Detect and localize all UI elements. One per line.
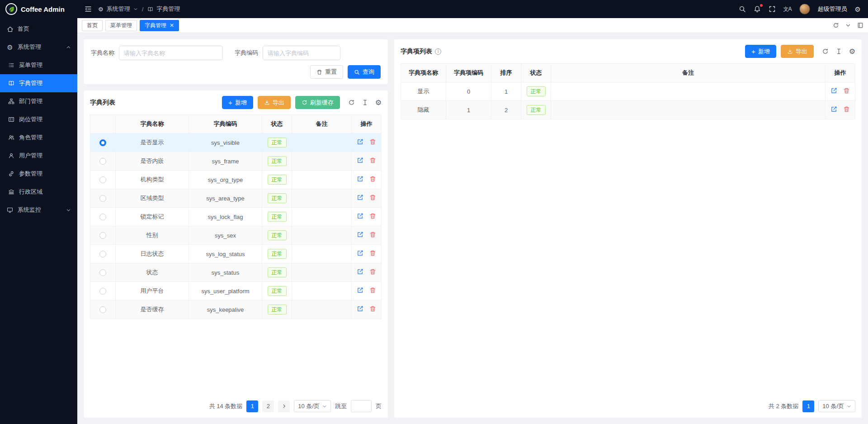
delete-icon[interactable] — [369, 250, 376, 257]
page-button-1[interactable]: 1 — [802, 400, 814, 412]
chevron-down-icon — [847, 404, 851, 409]
tab-home[interactable]: 首页 — [82, 20, 103, 31]
reset-button[interactable]: 重置 — [310, 65, 343, 79]
row-select-radio[interactable] — [99, 214, 106, 220]
refresh-table-icon[interactable] — [348, 99, 355, 106]
row-select-radio[interactable] — [99, 158, 106, 165]
notification-bell-icon[interactable] — [754, 5, 761, 13]
dict-table-row[interactable]: 日志状态sys_log_status正常 — [90, 245, 382, 263]
delete-icon[interactable] — [843, 106, 850, 113]
export-item-button[interactable]: 导出 — [781, 45, 814, 58]
search-icon[interactable] — [739, 5, 746, 13]
table-settings-gear-icon[interactable]: ⚙ — [375, 99, 382, 106]
sidebar-item-dict-management[interactable]: 字典管理 — [0, 74, 77, 92]
dict-item-table-row[interactable]: 显示01正常 — [401, 82, 855, 101]
dict-item-table-row[interactable]: 隐藏12正常 — [401, 101, 855, 119]
delete-icon[interactable] — [369, 231, 376, 238]
query-button[interactable]: 查询 — [348, 65, 381, 79]
dict-table-row[interactable]: 状态sys_status正常 — [90, 263, 382, 282]
settings-gear-icon[interactable]: ⚙ — [855, 6, 861, 13]
avatar[interactable] — [799, 4, 810, 14]
sidebar-item-menu-management[interactable]: 菜单管理 — [0, 56, 77, 74]
content-fullscreen-icon[interactable] — [857, 22, 863, 29]
edit-icon[interactable] — [357, 250, 363, 257]
close-icon[interactable]: ✕ — [170, 23, 174, 28]
tab-dict-management[interactable]: 字典管理✕ — [140, 20, 179, 31]
edit-icon[interactable] — [357, 287, 363, 294]
row-select-radio[interactable] — [99, 288, 106, 295]
edit-icon[interactable] — [357, 213, 363, 219]
row-select-radio[interactable] — [99, 232, 106, 239]
delete-icon[interactable] — [369, 157, 376, 164]
sidebar-item-home[interactable]: 首页 — [0, 20, 77, 38]
edit-icon[interactable] — [357, 176, 363, 182]
delete-icon[interactable] — [369, 305, 376, 312]
sidebar-item-region-management[interactable]: 行政区域 — [0, 183, 77, 201]
refresh-cache-button[interactable]: 刷新缓存 — [295, 96, 340, 109]
app-logo[interactable]: Coffee Admin — [0, 0, 77, 18]
sidebar-item-user-management[interactable]: 用户管理 — [0, 147, 77, 165]
tab-options-chevron-icon[interactable] — [845, 23, 851, 28]
jump-page-input[interactable] — [351, 400, 372, 412]
dict-name-input[interactable] — [119, 46, 223, 60]
delete-icon[interactable] — [369, 194, 376, 201]
row-select-radio[interactable] — [99, 139, 106, 146]
next-page-button[interactable] — [278, 400, 290, 412]
edit-icon[interactable] — [357, 194, 363, 201]
row-select-radio[interactable] — [99, 176, 106, 183]
fullscreen-icon[interactable] — [769, 5, 776, 13]
sidebar-item-role-management[interactable]: 角色管理 — [0, 129, 77, 147]
sidebar-item-param-management[interactable]: 参数管理 — [0, 165, 77, 183]
delete-icon[interactable] — [369, 287, 376, 294]
row-select-radio[interactable] — [99, 251, 106, 257]
edit-icon[interactable] — [357, 231, 363, 238]
sidebar-item-system-management[interactable]: ⚙ 系统管理 — [0, 38, 77, 56]
sidebar-item-system-monitor[interactable]: 系统监控 — [0, 201, 77, 219]
add-button[interactable]: +新增 — [222, 96, 253, 109]
dict-table-row[interactable]: 是否显示sys_visible正常 — [90, 133, 382, 152]
delete-icon[interactable] — [369, 176, 376, 182]
edit-icon[interactable] — [357, 138, 363, 145]
page-size-select[interactable]: 10 条/页 — [294, 400, 331, 412]
breadcrumb-item-system[interactable]: 系统管理 — [107, 5, 130, 13]
dict-table-row[interactable]: 性别sys_sex正常 — [90, 226, 382, 245]
tab-menu-management[interactable]: 菜单管理 — [105, 20, 137, 31]
delete-icon[interactable] — [843, 87, 850, 94]
column-settings-icon[interactable] — [835, 48, 842, 55]
dict-table-row[interactable]: 锁定标记sys_lock_flag正常 — [90, 208, 382, 226]
dict-table-row[interactable]: 机构类型sys_org_type正常 — [90, 171, 382, 189]
row-select-radio[interactable] — [99, 269, 106, 276]
chevron-down-icon[interactable] — [133, 7, 138, 11]
row-select-radio[interactable] — [99, 306, 106, 313]
edit-icon[interactable] — [357, 305, 363, 312]
edit-icon[interactable] — [830, 87, 837, 94]
dict-table-row[interactable]: 用户平台sys_user_platform正常 — [90, 282, 382, 300]
refresh-table-icon[interactable] — [822, 48, 829, 55]
page-button-2[interactable]: 2 — [262, 400, 274, 412]
edit-icon[interactable] — [830, 106, 837, 113]
edit-icon[interactable] — [357, 268, 363, 275]
page-size-select[interactable]: 10 条/页 — [818, 400, 855, 412]
delete-icon[interactable] — [369, 138, 376, 145]
translate-icon[interactable]: 文A — [783, 5, 792, 13]
column-settings-icon[interactable] — [362, 99, 368, 106]
dict-table-row[interactable]: 区域类型sys_area_type正常 — [90, 189, 382, 208]
refresh-icon[interactable] — [833, 22, 839, 29]
info-icon[interactable]: i — [435, 48, 441, 55]
collapse-sidebar-icon[interactable] — [85, 5, 92, 13]
page-button-1[interactable]: 1 — [246, 400, 258, 412]
delete-icon[interactable] — [369, 268, 376, 275]
breadcrumb-item-dict[interactable]: 字典管理 — [156, 5, 180, 13]
table-settings-gear-icon[interactable]: ⚙ — [849, 48, 855, 55]
current-user-name[interactable]: 超级管理员 — [818, 5, 847, 13]
delete-icon[interactable] — [369, 213, 376, 219]
add-item-button[interactable]: +新增 — [745, 45, 776, 58]
dict-code-input[interactable] — [263, 46, 340, 60]
dict-table-row[interactable]: 是否内嵌sys_frame正常 — [90, 152, 382, 171]
edit-icon[interactable] — [357, 157, 363, 164]
sidebar-item-post-management[interactable]: 岗位管理 — [0, 110, 77, 129]
dict-table-row[interactable]: 是否缓存sys_keepalive正常 — [90, 300, 382, 319]
sidebar-item-dept-management[interactable]: 部门管理 — [0, 92, 77, 110]
row-select-radio[interactable] — [99, 195, 106, 202]
export-button[interactable]: 导出 — [258, 96, 291, 109]
